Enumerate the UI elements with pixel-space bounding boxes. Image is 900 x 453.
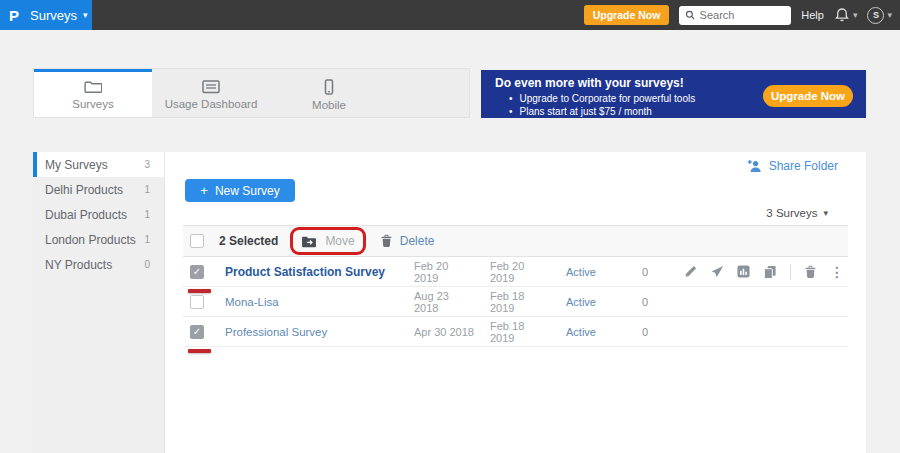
row-checkbox[interactable] bbox=[190, 295, 204, 309]
status-link[interactable]: Active bbox=[566, 266, 596, 278]
search-input[interactable] bbox=[700, 9, 786, 21]
sidebar-item-ny-products[interactable]: NY Products 0 bbox=[33, 252, 164, 277]
tab-surveys[interactable]: Surveys bbox=[34, 69, 152, 117]
upgrade-now-button[interactable]: Upgrade Now bbox=[584, 5, 670, 25]
paper-plane-icon bbox=[710, 265, 724, 278]
mobile-icon bbox=[321, 79, 337, 95]
survey-title-cell: Professional Survey bbox=[219, 326, 398, 338]
edit-button[interactable] bbox=[684, 265, 697, 278]
send-button[interactable] bbox=[710, 265, 724, 278]
folder-label: My Surveys bbox=[45, 158, 108, 172]
select-all-checkbox[interactable] bbox=[190, 234, 204, 248]
chevron-down-icon: ▾ bbox=[823, 209, 828, 218]
banner-upgrade-button[interactable]: Upgrade Now bbox=[763, 85, 853, 107]
row-checkbox[interactable] bbox=[190, 325, 204, 339]
responses-count: 0 bbox=[620, 296, 666, 308]
status-link[interactable]: Active bbox=[566, 326, 596, 338]
trash-icon bbox=[380, 234, 393, 248]
folder-count: 0 bbox=[144, 259, 150, 270]
tabstrip-filler bbox=[388, 69, 469, 117]
folders-sidebar: My Surveys 3 Delhi Products 1 Dubai Prod… bbox=[33, 152, 165, 453]
row-checkbox-cell bbox=[183, 325, 219, 339]
responses-count: 0 bbox=[620, 266, 666, 278]
folder-count: 3 bbox=[144, 159, 150, 170]
modified-date: Feb 18 2019 bbox=[474, 320, 550, 344]
survey-title-cell: Product Satisfaction Survey bbox=[219, 265, 398, 279]
responses-count: 0 bbox=[620, 326, 666, 338]
bullet-dot: • bbox=[509, 106, 513, 117]
trash-icon bbox=[804, 265, 817, 279]
sidebar-item-london-products[interactable]: London Products 1 bbox=[33, 227, 164, 252]
delete-row-button[interactable] bbox=[804, 265, 817, 279]
content-area: My Surveys 3 Delhi Products 1 Dubai Prod… bbox=[33, 152, 866, 453]
delete-button[interactable]: Delete bbox=[380, 234, 435, 248]
surveys-table: 2 Selected Move Delete bbox=[183, 225, 848, 347]
select-all-cell bbox=[183, 234, 219, 248]
status-link[interactable]: Active bbox=[566, 296, 596, 308]
copy-icon bbox=[763, 265, 777, 279]
app-screen: P Surveys ▾ Upgrade Now Help ▾ S ▾ Surve bbox=[0, 0, 900, 453]
sidebar-item-dubai-products[interactable]: Dubai Products 1 bbox=[33, 202, 164, 227]
modified-date: Feb 20 2019 bbox=[474, 260, 550, 284]
banner-bullet: •Plans start at just $75 / month bbox=[509, 106, 854, 117]
move-label: Move bbox=[325, 234, 354, 248]
folder-label: Delhi Products bbox=[45, 183, 123, 197]
survey-title-link[interactable]: Mona-Lisa bbox=[225, 296, 279, 308]
survey-title-link[interactable]: Product Satisfaction Survey bbox=[225, 265, 385, 279]
surveys-count-dropdown[interactable]: 3 Surveys ▾ bbox=[766, 207, 828, 219]
created-date: Apr 30 2018 bbox=[398, 326, 474, 338]
status-cell: Active bbox=[550, 266, 620, 278]
search-icon bbox=[685, 9, 695, 21]
top-bar: P Surveys ▾ Upgrade Now Help ▾ S ▾ bbox=[0, 0, 900, 30]
app-menu[interactable]: P Surveys ▾ bbox=[0, 0, 92, 30]
tab-label: Usage Dashboard bbox=[165, 98, 258, 110]
account-menu[interactable]: S ▾ bbox=[867, 7, 892, 24]
sidebar-item-my-surveys[interactable]: My Surveys 3 bbox=[33, 152, 164, 177]
survey-title-cell: Mona-Lisa bbox=[219, 296, 398, 308]
folder-count: 1 bbox=[144, 234, 150, 245]
more-options-button[interactable]: ⋮ bbox=[830, 265, 844, 279]
survey-title-link[interactable]: Professional Survey bbox=[225, 326, 327, 338]
folder-icon bbox=[84, 80, 102, 94]
bell-icon bbox=[834, 7, 850, 23]
logo-icon: P bbox=[9, 7, 19, 24]
divider bbox=[790, 264, 791, 280]
bar-chart-icon bbox=[737, 265, 750, 278]
dashboard-icon bbox=[202, 80, 220, 94]
search-box[interactable] bbox=[679, 6, 791, 25]
row-actions: ⋮ bbox=[666, 264, 848, 280]
sidebar-item-delhi-products[interactable]: Delhi Products 1 bbox=[33, 177, 164, 202]
folder-label: London Products bbox=[45, 233, 136, 247]
annotation-underline bbox=[188, 289, 211, 293]
row-checkbox[interactable] bbox=[190, 265, 204, 279]
notifications-button[interactable]: ▾ bbox=[834, 7, 858, 23]
duplicate-button[interactable] bbox=[763, 265, 777, 279]
topbar-actions: Upgrade Now Help ▾ S ▾ bbox=[584, 5, 900, 25]
chevron-down-icon: ▾ bbox=[887, 11, 892, 20]
chevron-down-icon: ▾ bbox=[83, 11, 88, 20]
annotation-highlight-box: Move bbox=[290, 227, 365, 255]
share-folder-label: Share Folder bbox=[769, 159, 838, 173]
share-person-icon bbox=[747, 159, 762, 173]
row-checkbox-cell bbox=[183, 265, 219, 279]
tab-mobile[interactable]: Mobile bbox=[270, 69, 388, 117]
pencil-icon bbox=[684, 265, 697, 278]
share-folder-link[interactable]: Share Folder bbox=[747, 159, 838, 173]
new-survey-button[interactable]: + New Survey bbox=[185, 179, 295, 202]
status-cell: Active bbox=[550, 296, 620, 308]
tab-label: Surveys bbox=[72, 98, 114, 110]
move-button[interactable]: Move bbox=[301, 234, 354, 248]
annotation-underline bbox=[188, 349, 211, 353]
table-row: Professional Survey Apr 30 2018 Feb 18 2… bbox=[183, 317, 848, 347]
reports-button[interactable] bbox=[737, 265, 750, 278]
bullet-dot: • bbox=[509, 93, 513, 104]
table-row: Mona-Lisa Aug 23 2018 Feb 18 2019 Active… bbox=[183, 287, 848, 317]
help-link[interactable]: Help bbox=[801, 9, 824, 21]
move-folder-icon bbox=[301, 235, 317, 248]
tab-usage-dashboard[interactable]: Usage Dashboard bbox=[152, 69, 270, 117]
new-survey-label: New Survey bbox=[215, 184, 280, 198]
modified-date: Feb 18 2019 bbox=[474, 290, 550, 314]
app-menu-label: Surveys bbox=[30, 8, 77, 23]
folder-count: 1 bbox=[144, 184, 150, 195]
chevron-down-icon: ▾ bbox=[853, 11, 858, 20]
